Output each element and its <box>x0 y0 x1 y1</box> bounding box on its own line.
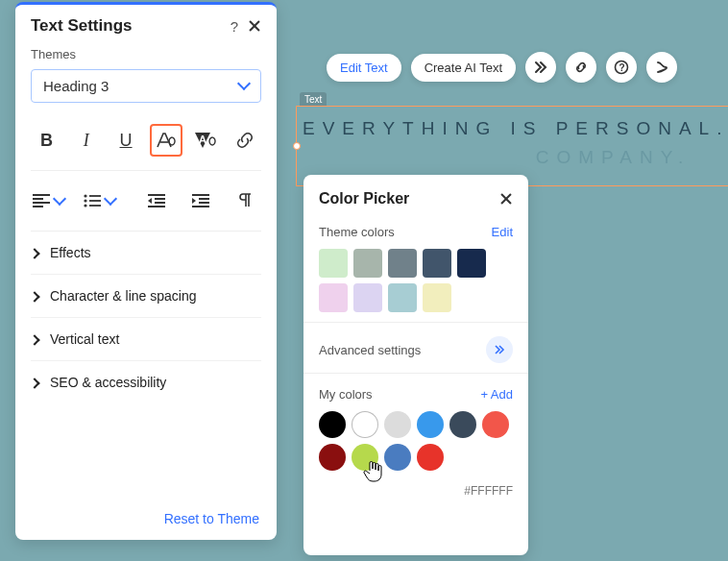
format-toolbar: B I U A <box>31 124 261 171</box>
chevron-down-icon <box>55 191 64 211</box>
text-line-2: COMPANY. <box>297 147 728 168</box>
svg-point-1 <box>85 194 87 197</box>
hex-value: #FFFFFF <box>319 484 513 498</box>
chevron-right-icon <box>31 288 38 304</box>
theme-color-swatch[interactable] <box>457 249 486 278</box>
accordion: Effects Character & line spacing Vertica… <box>31 232 261 403</box>
accordion-label: Vertical text <box>50 331 119 347</box>
list-button[interactable] <box>80 184 119 217</box>
outdent-icon <box>148 194 165 207</box>
accordion-seo[interactable]: SEO & accessibility <box>31 361 261 403</box>
bullet-list-icon <box>84 194 101 207</box>
divider <box>303 322 528 323</box>
close-icon[interactable] <box>248 19 261 33</box>
my-color-swatch[interactable] <box>352 411 378 438</box>
bold-button[interactable]: B <box>31 124 62 157</box>
accordion-label: SEO & accessibility <box>50 375 166 390</box>
my-color-swatch[interactable] <box>319 411 346 438</box>
theme-color-swatches <box>319 249 513 312</box>
indent-icon <box>192 194 209 207</box>
my-color-swatch[interactable] <box>384 411 411 438</box>
themes-label: Themes <box>31 47 261 61</box>
divider <box>303 373 528 374</box>
help-pill-icon[interactable]: ? <box>606 52 637 83</box>
accordion-effects[interactable]: Effects <box>31 232 261 275</box>
align-left-icon <box>33 194 50 207</box>
panel-header: Text Settings ? <box>15 5 277 47</box>
theme-color-swatch[interactable] <box>388 249 417 278</box>
panel-title: Color Picker <box>319 190 409 207</box>
edit-text-pill[interactable]: Edit Text <box>327 54 401 82</box>
theme-color-swatch[interactable] <box>319 283 348 312</box>
create-ai-text-pill[interactable]: Create AI Text <box>411 54 516 82</box>
animation-pill-icon[interactable] <box>525 52 556 83</box>
underline-button[interactable]: U <box>109 124 141 157</box>
my-color-swatch[interactable] <box>352 444 378 471</box>
theme-select[interactable]: Heading 3 <box>31 69 261 103</box>
chevron-down-icon <box>239 78 249 94</box>
rtl-button[interactable] <box>229 184 261 217</box>
svg-point-2 <box>85 199 87 202</box>
paragraph-toolbar <box>31 184 261 232</box>
close-icon[interactable] <box>499 192 513 206</box>
advanced-settings-label: Advanced settings <box>319 343 421 357</box>
chevron-down-icon <box>106 191 115 211</box>
color-picker-panel: Color Picker Theme colors Edit Advanced … <box>303 175 528 555</box>
align-button[interactable] <box>31 184 66 217</box>
link-button[interactable] <box>230 124 261 157</box>
my-color-swatch[interactable] <box>417 411 444 438</box>
add-color-link[interactable]: + Add <box>480 387 513 402</box>
theme-color-swatch[interactable] <box>353 249 382 278</box>
my-color-swatch[interactable] <box>449 411 476 438</box>
theme-color-swatch[interactable] <box>319 249 348 278</box>
text-line-1: EVERYTHING IS PERSONAL. INCLUD <box>297 118 728 139</box>
accordion-label: Character & line spacing <box>50 288 197 304</box>
chevron-right-icon <box>31 375 38 390</box>
my-color-swatches <box>319 411 513 471</box>
highlight-button[interactable]: A <box>190 124 222 157</box>
panel-header: Color Picker <box>319 190 513 207</box>
text-content: EVERYTHING IS PERSONAL. <box>303 118 728 138</box>
my-color-swatch[interactable] <box>482 411 509 438</box>
edit-theme-colors-link[interactable]: Edit <box>492 225 513 239</box>
link-icon <box>235 131 255 150</box>
my-color-swatch[interactable] <box>417 444 444 471</box>
theme-color-swatch[interactable] <box>353 283 382 312</box>
highlight-icon: A <box>194 131 217 150</box>
text-color-button[interactable] <box>150 124 182 157</box>
theme-color-swatch[interactable] <box>423 249 451 278</box>
svg-text:A: A <box>199 134 206 145</box>
chevron-right-icon <box>31 245 38 260</box>
paragraph-rtl-icon <box>237 193 253 208</box>
action-pill-row: Edit Text Create AI Text ? <box>327 52 677 83</box>
my-colors-label: My colors <box>319 387 373 402</box>
element-type-label: Text <box>300 92 327 107</box>
svg-text:?: ? <box>619 62 625 73</box>
theme-select-value: Heading 3 <box>43 78 109 94</box>
outdent-button[interactable] <box>140 184 173 217</box>
link-pill-icon[interactable] <box>566 52 596 83</box>
svg-point-3 <box>85 204 87 207</box>
theme-color-swatch[interactable] <box>423 283 451 312</box>
resize-handle-left[interactable] <box>293 142 301 150</box>
my-color-swatch[interactable] <box>384 444 411 471</box>
accordion-vertical[interactable]: Vertical text <box>31 318 261 361</box>
text-settings-panel: Text Settings ? Themes Heading 3 B I U <box>15 2 277 540</box>
chevron-right-icon <box>31 331 38 347</box>
advanced-settings-icon[interactable] <box>486 336 513 363</box>
reset-to-theme-link[interactable]: Reset to Theme <box>164 511 259 526</box>
italic-button[interactable]: I <box>70 124 102 157</box>
help-icon[interactable]: ? <box>231 18 238 35</box>
theme-colors-label: Theme colors <box>319 225 395 239</box>
indent-button[interactable] <box>184 184 217 217</box>
accordion-spacing[interactable]: Character & line spacing <box>31 275 261 318</box>
accordion-label: Effects <box>50 245 91 260</box>
theme-color-swatch[interactable] <box>388 283 417 312</box>
more-pill-icon[interactable] <box>646 52 677 83</box>
text-color-icon <box>156 131 177 150</box>
panel-title: Text Settings <box>31 16 132 36</box>
my-color-swatch[interactable] <box>319 444 346 471</box>
